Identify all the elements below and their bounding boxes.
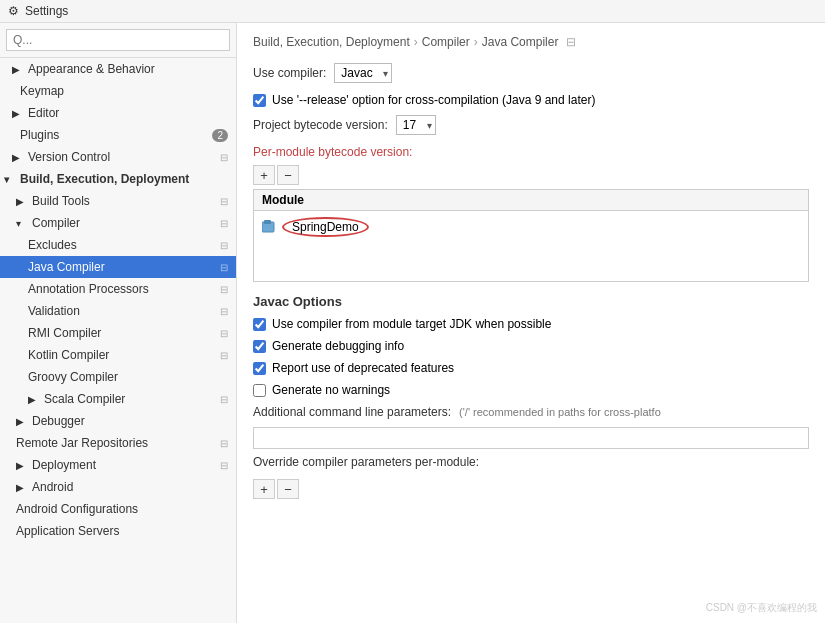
use-compiler-row: Use compiler: Javac bbox=[253, 63, 809, 83]
sidebar-item-label: Scala Compiler bbox=[44, 392, 125, 406]
use-compiler-select[interactable]: Javac bbox=[334, 63, 392, 83]
override-remove-button[interactable]: − bbox=[277, 479, 299, 499]
sidebar-item-label: RMI Compiler bbox=[28, 326, 101, 340]
sidebar-item-build-exec[interactable]: ▾ Build, Execution, Deployment bbox=[0, 168, 236, 190]
chevron-right-icon: ▶ bbox=[16, 482, 26, 493]
no-warnings-label: Generate no warnings bbox=[272, 383, 390, 397]
chevron-right-icon: ▶ bbox=[28, 394, 38, 405]
use-compiler-from-module-checkbox[interactable] bbox=[253, 318, 266, 331]
settings-icon: ⚙ bbox=[8, 4, 19, 18]
sidebar-item-excludes[interactable]: Excludes ⊟ bbox=[0, 234, 236, 256]
sidebar-item-version-control[interactable]: ▶ Version Control ⊟ bbox=[0, 146, 236, 168]
table-header: Module bbox=[254, 190, 808, 211]
sidebar-item-label: Annotation Processors bbox=[28, 282, 149, 296]
plugins-badge: 2 bbox=[212, 129, 228, 142]
sidebar-item-debugger[interactable]: ▶ Debugger bbox=[0, 410, 236, 432]
breadcrumb-link-icon: ⊟ bbox=[566, 35, 576, 49]
config-icon: ⊟ bbox=[220, 306, 228, 317]
use-compiler-label: Use compiler: bbox=[253, 66, 326, 80]
config-icon: ⊟ bbox=[220, 262, 228, 273]
bytecode-version-row: Project bytecode version: 17 bbox=[253, 115, 809, 135]
sidebar-item-label: Application Servers bbox=[16, 524, 119, 538]
breadcrumb-part1: Build, Execution, Deployment bbox=[253, 35, 410, 49]
sidebar-item-validation[interactable]: Validation ⊟ bbox=[0, 300, 236, 322]
additional-cmd-input[interactable] bbox=[253, 427, 809, 449]
sidebar-item-android[interactable]: ▶ Android bbox=[0, 476, 236, 498]
sidebar-item-label: Remote Jar Repositories bbox=[16, 436, 148, 450]
chevron-right-icon: ▶ bbox=[12, 64, 22, 75]
search-input[interactable] bbox=[6, 29, 230, 51]
module-icon bbox=[262, 220, 276, 234]
breadcrumb-sep1: › bbox=[414, 35, 418, 49]
breadcrumb-part3: Java Compiler bbox=[482, 35, 559, 49]
search-bar bbox=[0, 23, 236, 58]
sidebar-item-label: Build Tools bbox=[32, 194, 90, 208]
sidebar-item-label: Version Control bbox=[28, 150, 110, 164]
sidebar-item-editor[interactable]: ▶ Editor bbox=[0, 102, 236, 124]
config-icon: ⊟ bbox=[220, 152, 228, 163]
release-option-checkbox[interactable] bbox=[253, 94, 266, 107]
use-compiler-from-module-row: Use compiler from module target JDK when… bbox=[253, 317, 809, 331]
remove-button[interactable]: − bbox=[277, 165, 299, 185]
config-icon: ⊟ bbox=[220, 196, 228, 207]
use-compiler-select-wrapper: Javac bbox=[334, 63, 392, 83]
deprecated-features-checkbox[interactable] bbox=[253, 362, 266, 375]
sidebar-item-label: Keymap bbox=[20, 84, 64, 98]
chevron-down-icon: ▾ bbox=[16, 218, 26, 229]
sidebar-item-deployment[interactable]: ▶ Deployment ⊟ bbox=[0, 454, 236, 476]
sidebar-item-scala-compiler[interactable]: ▶ Scala Compiler ⊟ bbox=[0, 388, 236, 410]
sidebar-item-java-compiler[interactable]: Java Compiler ⊟ bbox=[0, 256, 236, 278]
svg-rect-1 bbox=[264, 220, 271, 224]
sidebar-item-remote-jar[interactable]: Remote Jar Repositories ⊟ bbox=[0, 432, 236, 454]
sidebar-item-label: Appearance & Behavior bbox=[28, 62, 155, 76]
bytecode-version-label: Project bytecode version: bbox=[253, 118, 388, 132]
no-warnings-checkbox[interactable] bbox=[253, 384, 266, 397]
javac-options-label: Javac Options bbox=[253, 294, 809, 309]
sidebar-item-rmi-compiler[interactable]: RMI Compiler ⊟ bbox=[0, 322, 236, 344]
sidebar-item-android-configs[interactable]: Android Configurations bbox=[0, 498, 236, 520]
sidebar-item-build-tools[interactable]: ▶ Build Tools ⊟ bbox=[0, 190, 236, 212]
sidebar-item-keymap[interactable]: Keymap bbox=[0, 80, 236, 102]
chevron-right-icon: ▶ bbox=[16, 416, 26, 427]
chevron-right-icon: ▶ bbox=[16, 460, 26, 471]
module-table: Module SpringDemo bbox=[253, 189, 809, 282]
deprecated-features-label: Report use of deprecated features bbox=[272, 361, 454, 375]
sidebar-item-label: Compiler bbox=[32, 216, 80, 230]
add-button[interactable]: + bbox=[253, 165, 275, 185]
sidebar: ▶ Appearance & Behavior Keymap ▶ Editor … bbox=[0, 23, 237, 623]
chevron-right-icon: ▶ bbox=[12, 152, 22, 163]
sidebar-item-groovy-compiler[interactable]: Groovy Compiler bbox=[0, 366, 236, 388]
sidebar-item-label: Android Configurations bbox=[16, 502, 138, 516]
chevron-right-icon: ▶ bbox=[12, 108, 22, 119]
additional-cmd-row: Additional command line parameters: ('/'… bbox=[253, 405, 809, 419]
spring-demo-label: SpringDemo bbox=[292, 220, 359, 234]
deprecated-features-row: Report use of deprecated features bbox=[253, 361, 809, 375]
additional-cmd-label: Additional command line parameters: bbox=[253, 405, 451, 419]
breadcrumb: Build, Execution, Deployment › Compiler … bbox=[253, 35, 809, 49]
config-icon: ⊟ bbox=[220, 284, 228, 295]
chevron-right-icon: ▶ bbox=[16, 196, 26, 207]
sidebar-item-annotation-processors[interactable]: Annotation Processors ⊟ bbox=[0, 278, 236, 300]
sidebar-item-kotlin-compiler[interactable]: Kotlin Compiler ⊟ bbox=[0, 344, 236, 366]
table-row[interactable]: SpringDemo bbox=[262, 215, 800, 239]
additional-cmd-note: ('/' recommended in paths for cross-plat… bbox=[459, 406, 661, 418]
window-title: Settings bbox=[25, 4, 68, 18]
sidebar-item-label: Excludes bbox=[28, 238, 77, 252]
bytecode-version-select[interactable]: 17 bbox=[396, 115, 436, 135]
chevron-down-icon: ▾ bbox=[4, 174, 14, 185]
sidebar-item-label: Editor bbox=[28, 106, 59, 120]
sidebar-item-compiler[interactable]: ▾ Compiler ⊟ bbox=[0, 212, 236, 234]
override-compiler-label: Override compiler parameters per-module: bbox=[253, 455, 479, 469]
override-add-button[interactable]: + bbox=[253, 479, 275, 499]
generate-debug-checkbox[interactable] bbox=[253, 340, 266, 353]
sidebar-item-label: Build, Execution, Deployment bbox=[20, 172, 189, 186]
sidebar-item-plugins[interactable]: Plugins 2 bbox=[0, 124, 236, 146]
sidebar-item-label: Groovy Compiler bbox=[28, 370, 118, 384]
toolbar-row: + − bbox=[253, 165, 809, 185]
config-icon: ⊟ bbox=[220, 460, 228, 471]
sidebar-item-appearance[interactable]: ▶ Appearance & Behavior bbox=[0, 58, 236, 80]
main-content: Build, Execution, Deployment › Compiler … bbox=[237, 23, 825, 623]
generate-debug-label: Generate debugging info bbox=[272, 339, 404, 353]
sidebar-item-label: Plugins bbox=[20, 128, 59, 142]
sidebar-item-app-servers[interactable]: Application Servers bbox=[0, 520, 236, 542]
